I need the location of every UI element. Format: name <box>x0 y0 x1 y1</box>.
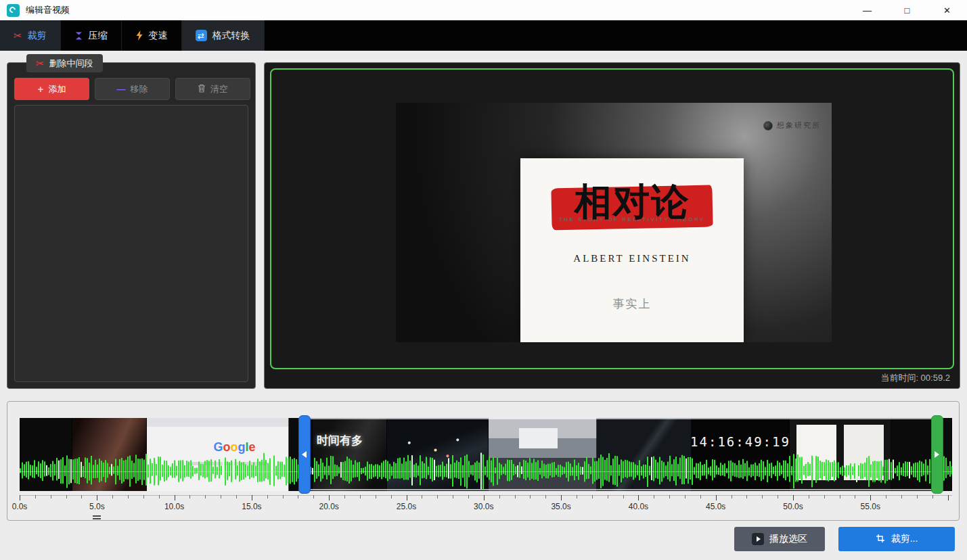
plus-icon: + <box>38 83 44 95</box>
tab-compress[interactable]: 压缩 <box>61 20 122 51</box>
ruler-tick <box>654 495 654 498</box>
time-ruler: 0.0s5.0s10.0s15.0s20.0s25.0s30.0s35.0s40… <box>7 495 959 518</box>
group-title-label: 删除中间段 <box>49 57 93 70</box>
ruler-label: 45.0s <box>706 502 725 511</box>
selection-end-handle[interactable] <box>931 415 943 494</box>
ruler-tick <box>886 495 886 498</box>
tab-speed-label: 变速 <box>149 30 168 42</box>
ruler-tick <box>468 495 469 498</box>
ruler-tick <box>700 495 701 498</box>
app-logo-icon <box>7 4 20 17</box>
ruler-tick <box>35 495 36 498</box>
ruler-tick <box>623 495 624 498</box>
video-preview-panel: 想象研究所 THE STORY OF RELATIVITY THEORY 相对论… <box>264 62 960 389</box>
minus-icon: — <box>117 84 126 94</box>
video-viewport[interactable]: 想象研究所 THE STORY OF RELATIVITY THEORY 相对论… <box>270 68 954 369</box>
window-controls: — □ ✕ <box>847 0 967 20</box>
close-button[interactable]: ✕ <box>927 0 967 20</box>
maximize-button[interactable]: □ <box>887 0 927 20</box>
ruler-tick <box>128 495 129 498</box>
ruler-tick <box>252 495 252 500</box>
tab-trim-label: 裁剪 <box>28 30 47 42</box>
audio-waveform <box>20 446 952 491</box>
remove-button-label: 移除 <box>131 83 148 95</box>
ruler-tick <box>407 495 407 500</box>
scissors-icon: ✂ <box>36 57 45 70</box>
minimize-button[interactable]: — <box>847 0 887 20</box>
tab-speed[interactable]: 变速 <box>122 20 182 51</box>
trash-icon <box>198 84 206 95</box>
ruler-tick <box>437 495 438 498</box>
ruler-tick <box>66 495 67 498</box>
ruler-tick <box>561 495 562 500</box>
selection-start-handle[interactable] <box>298 415 311 494</box>
tab-format-convert[interactable]: ⇄ 格式转换 <box>182 20 265 51</box>
selection-top-line <box>305 418 937 419</box>
add-segment-button[interactable]: + 添加 <box>14 78 89 100</box>
ruler-tick <box>638 495 639 500</box>
segment-buttons-row: + 添加 — 移除 清空 <box>14 78 250 100</box>
ruler-tick <box>422 495 422 498</box>
ruler-tick <box>175 495 175 500</box>
ruler-tick <box>716 495 717 500</box>
ruler-tick <box>746 495 747 498</box>
ruler-tick <box>376 495 376 498</box>
ruler-tick <box>205 495 206 498</box>
timeline-panel: Google时间有多14:16:49:19 0.0s5.0s10.0s15.0s… <box>7 401 960 521</box>
filmstrip[interactable]: Google时间有多14:16:49:19 <box>20 418 952 491</box>
ruler-tick <box>778 495 778 498</box>
tab-trim[interactable]: ✂ 裁剪 <box>0 20 61 51</box>
handle-arrow-right-icon <box>935 451 939 458</box>
ruler-tick <box>484 495 485 500</box>
ruler-label: 25.0s <box>397 502 416 511</box>
segment-list[interactable] <box>14 105 248 382</box>
ruler-tick <box>932 495 933 498</box>
ruler-tick <box>669 495 670 498</box>
ruler-tick <box>283 495 284 498</box>
play-selection-label: 播放选区 <box>769 533 807 545</box>
ruler-tick <box>313 495 314 498</box>
ruler-tick <box>917 495 918 498</box>
ruler-label: 40.0s <box>629 502 648 511</box>
group-title-chip: ✂ 删除中间段 <box>26 54 103 72</box>
format-convert-icon: ⇄ <box>196 30 207 41</box>
video-frame: 想象研究所 THE STORY OF RELATIVITY THEORY 相对论… <box>396 103 832 342</box>
watermark-text: 想象研究所 <box>777 120 821 131</box>
selection-bottom-line <box>305 489 937 490</box>
clear-segments-button[interactable]: 清空 <box>175 78 250 100</box>
ruler-tick <box>948 495 949 500</box>
ruler-tick <box>97 495 97 500</box>
crop-button-label: 裁剪... <box>891 533 918 545</box>
ruler-label: 30.0s <box>474 502 493 511</box>
ruler-tick <box>809 495 809 498</box>
ruler-tick <box>344 495 345 498</box>
ruler-tick <box>143 495 144 498</box>
ruler-tick <box>298 495 298 498</box>
remove-segment-button[interactable]: — 移除 <box>95 78 170 100</box>
clear-button-label: 清空 <box>210 83 228 95</box>
ruler-tick <box>592 495 593 498</box>
ruler-tick <box>855 495 855 498</box>
globe-icon <box>763 121 773 131</box>
video-subtitle: 事实上 <box>520 296 744 312</box>
ruler-tick <box>267 495 268 498</box>
ruler-tick <box>391 495 392 498</box>
card-main-title: 相对论 <box>520 179 744 225</box>
play-selection-button[interactable]: 播放选区 <box>734 527 825 551</box>
crop-button[interactable]: 裁剪... <box>838 527 955 551</box>
ruler-tick <box>685 495 685 498</box>
ruler-label: 50.0s <box>783 502 803 511</box>
ruler-tick <box>81 495 82 498</box>
ruler-tick <box>20 495 20 500</box>
ruler-tick <box>159 495 160 498</box>
handle-arrow-left-icon <box>302 451 307 458</box>
add-button-label: 添加 <box>48 83 66 95</box>
window-title: 编辑音视频 <box>26 4 70 16</box>
ruler-label: 10.0s <box>164 502 184 511</box>
scissors-icon: ✂ <box>14 30 22 41</box>
trim-segments-panel: ✂ 删除中间段 + 添加 — 移除 清空 <box>7 62 256 389</box>
ruler-label: 55.0s <box>861 502 880 511</box>
timeline-scroll-grip[interactable] <box>93 515 101 519</box>
ruler-tick <box>360 495 361 498</box>
lightning-icon <box>135 30 143 41</box>
